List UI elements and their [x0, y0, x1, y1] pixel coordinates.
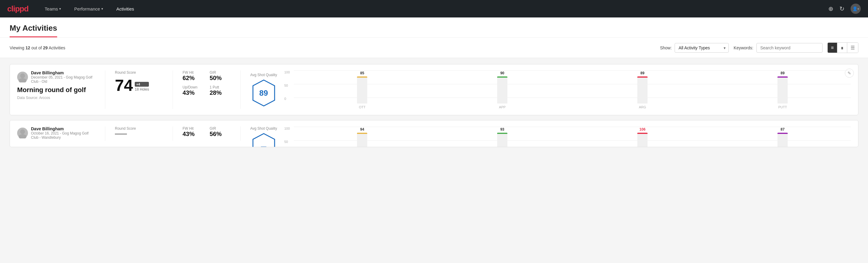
view-toggle: ≡ ∎ ☰	[828, 42, 858, 53]
round-score-label: Round Score	[115, 70, 163, 75]
x-label-ott: OTT	[294, 105, 430, 109]
navbar-right: ⊕ ↻ 👤 ▾	[828, 4, 861, 14]
score-badge: +4	[135, 82, 149, 87]
bar-group2-app: 93	[434, 133, 570, 147]
user-info-2: Dave Billingham October 16, 2021 - Gog M…	[31, 126, 95, 140]
gir-label-2: GIR	[210, 126, 231, 130]
activities-content: ✎ Dave Billingham December 05, 2021 - Go…	[0, 58, 868, 158]
gir-stat-2: GIR 56%	[210, 126, 231, 138]
fw-hit-stat: FW Hit 62%	[183, 70, 204, 82]
activity-title: Morning round of golf	[17, 86, 95, 94]
bar-group-arg: 89	[574, 77, 711, 104]
round-score-section-2: Round Score	[115, 126, 163, 135]
bar-mark2-app	[497, 133, 507, 134]
bar-fill-ott	[357, 81, 367, 104]
page-header: My Activities	[0, 18, 868, 38]
bar-wrap2-putt	[777, 133, 788, 147]
bar-value-app: 90	[500, 71, 504, 75]
round-score-section: Round Score 74 +4 18 Holes	[115, 70, 163, 93]
viewing-count-text: Viewing 12 out of 29 Activities	[10, 46, 655, 50]
logo[interactable]: clippd	[7, 4, 29, 13]
user-name: Dave Billingham	[31, 70, 95, 75]
hexagon-container: 89	[250, 80, 277, 107]
performance-chevron-icon: ▾	[101, 7, 103, 11]
nav-activities[interactable]: Activities	[115, 5, 136, 12]
stats-section-2: FW Hit 43% GIR 56%	[183, 126, 231, 138]
x-label-arg: ARG	[574, 105, 711, 109]
activity-type-select[interactable]: All Activity Types	[675, 43, 729, 53]
bar-mark2-ott	[357, 133, 367, 134]
bar-value-putt: 89	[780, 71, 784, 75]
data-source: Data Source: Arccos	[17, 96, 95, 100]
add-icon[interactable]: ⊕	[828, 5, 833, 12]
bar-wrapper-arg	[637, 77, 648, 104]
score-row: 74 +4 18 Holes	[115, 77, 163, 93]
avg-section-2: Avg Shot Quality — 100 50 0	[250, 126, 851, 147]
user-menu[interactable]: 👤 ▾	[850, 4, 861, 14]
gir-stat: GIR 50%	[210, 70, 231, 82]
user-row: Dave Billingham December 05, 2021 - Gog …	[17, 70, 95, 84]
card-left-2: Dave Billingham October 16, 2021 - Gog M…	[17, 126, 95, 142]
nav-teams[interactable]: Teams ▾	[43, 5, 63, 12]
one-putt-stat: 1 Putt 28%	[210, 85, 231, 96]
bar-marker-app	[497, 77, 507, 78]
user-chevron-icon: ▾	[858, 7, 859, 10]
gir-value-2: 56%	[210, 130, 231, 138]
svg-point-4	[19, 134, 27, 139]
y-axis: 100 50 0	[284, 70, 290, 100]
bar-chart: 100 50 0 85	[284, 70, 851, 109]
bar-group-app: 90	[434, 77, 570, 104]
x-label-putt: PUTT	[714, 105, 851, 109]
teams-chevron-icon: ▾	[59, 7, 61, 11]
user-name-2: Dave Billingham	[31, 126, 95, 131]
fw-hit-stat-2: FW Hit 43%	[183, 126, 204, 138]
activity-card-2: Dave Billingham October 16, 2021 - Gog M…	[10, 120, 858, 147]
keywords-label: Keywords:	[734, 46, 753, 50]
bar-wrap2-arg	[637, 133, 648, 147]
fw-hit-value-2: 43%	[183, 130, 204, 138]
bar-marker-ott	[357, 77, 367, 78]
divider2	[173, 70, 173, 109]
y-axis-2: 100 50 0	[284, 127, 290, 147]
holes-text: 18 Holes	[135, 87, 149, 91]
avg-shot-label: Avg Shot Quality	[250, 73, 277, 77]
nav-performance[interactable]: Performance ▾	[72, 5, 105, 12]
fw-hit-value: 62%	[183, 75, 204, 82]
svg-point-0	[20, 74, 25, 78]
user-icon: 👤	[852, 6, 858, 11]
filter-bar: Viewing 12 out of 29 Activities Show: Al…	[0, 38, 868, 58]
hexagon-score: 89	[259, 88, 268, 98]
grid-view-button[interactable]: ∎	[837, 43, 847, 53]
score-dash	[115, 133, 127, 135]
search-input[interactable]	[756, 43, 823, 53]
chart-area: 100 50 0 85	[284, 70, 851, 104]
keywords-filter-group: Keywords:	[734, 43, 822, 53]
navbar: clippd Teams ▾ Performance ▾ Activities …	[0, 0, 868, 18]
grid-2-top	[294, 127, 851, 127]
activity-type-select-wrapper[interactable]: All Activity Types	[675, 43, 729, 53]
round-score-label-2: Round Score	[115, 126, 163, 130]
bar-wrapper-app	[497, 77, 507, 104]
compact-view-button[interactable]: ☰	[847, 43, 858, 53]
grid-line-top	[294, 70, 851, 71]
list-view-button[interactable]: ≡	[828, 43, 837, 53]
avatar-2	[17, 127, 28, 139]
refresh-icon[interactable]: ↻	[839, 5, 844, 12]
page-title: My Activities	[10, 24, 57, 37]
activity-card: ✎ Dave Billingham December 05, 2021 - Go…	[10, 64, 858, 115]
hexagon-score-2: —	[261, 144, 267, 147]
avg-quality-group: Avg Shot Quality 89	[250, 73, 277, 107]
bar-value-ott: 85	[360, 71, 364, 75]
avg-quality-group-2: Avg Shot Quality —	[250, 126, 277, 147]
bar-value2-ott: 94	[360, 127, 364, 132]
bar-marker-putt	[777, 77, 788, 78]
divider-2c	[240, 126, 241, 141]
bar-group-ott: 85	[294, 77, 430, 104]
hexagon: 89	[252, 80, 276, 107]
fw-hit-label-2: FW Hit	[183, 126, 204, 130]
show-filter-group: Show: All Activity Types	[660, 43, 729, 53]
avg-section: Avg Shot Quality 89 100 50	[250, 70, 851, 109]
hexagon-2: —	[252, 133, 276, 147]
user-date-2: October 16, 2021 - Gog Magog Golf Club -…	[31, 131, 95, 140]
x-labels: OTT APP ARG PUTT	[284, 105, 851, 109]
